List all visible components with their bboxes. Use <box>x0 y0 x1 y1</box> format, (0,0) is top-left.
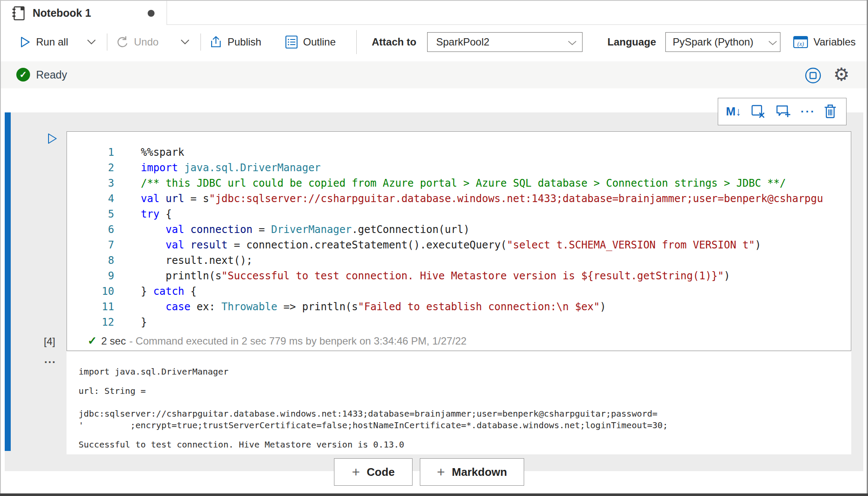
run-options-chevron[interactable] <box>87 25 96 59</box>
delete-cell-button[interactable] <box>823 98 838 125</box>
line-number: 12 <box>67 315 114 330</box>
undo-icon <box>116 36 129 48</box>
line-number: 5 <box>67 206 114 222</box>
execution-count: [4] <box>44 336 55 348</box>
execution-duration: 2 sec <box>101 335 126 347</box>
outline-button[interactable]: Outline <box>285 25 336 59</box>
attach-to-dropdown[interactable]: SparkPool2 <box>427 32 583 52</box>
stop-session-icon[interactable] <box>804 67 822 84</box>
add-markdown-button[interactable]: + Markdown <box>420 458 524 486</box>
line-number: 8 <box>67 253 114 268</box>
line-number: 2 <box>67 160 114 175</box>
cell-execution-status: ✓2 sec- Command executed in 2 sec 779 ms… <box>88 334 467 348</box>
line-number: 1 <box>67 145 114 160</box>
notebook-canvas: 1%%spark2import java.sql.DriverManager3/… <box>5 112 863 471</box>
cell-toolbar: M↓ ··· <box>718 98 847 125</box>
language-value: PySpark (Python) <box>666 36 753 48</box>
publish-label: Publish <box>228 36 261 48</box>
code-text: } <box>114 316 147 328</box>
variables-icon: (x) <box>793 36 808 48</box>
run-all-button[interactable]: Run all <box>19 25 68 59</box>
notebook-toolbar: Run all Undo <box>1 25 867 59</box>
code-text: val url = s"jdbc:sqlserver://csharpguita… <box>114 193 823 205</box>
notebook-title: Notebook 1 <box>33 7 91 19</box>
code-lines: 1%%spark2import java.sql.DriverManager3/… <box>67 145 851 330</box>
notebook-icon <box>11 6 26 21</box>
run-all-label: Run all <box>36 36 68 48</box>
attach-to-value: SparkPool2 <box>428 36 489 48</box>
synapse-notebook-window: Notebook 1 Run all Undo <box>0 0 868 496</box>
more-actions-button[interactable]: ··· <box>801 98 816 125</box>
code-cell-editor[interactable]: 1%%spark2import java.sql.DriverManager3/… <box>67 131 851 351</box>
undo-button[interactable]: Undo <box>116 25 158 59</box>
code-text: println(s"Successful to test connection.… <box>114 270 730 282</box>
cell-selection-bar <box>5 112 11 451</box>
code-text: result.next(); <box>114 254 252 266</box>
add-code-button[interactable]: + Code <box>334 458 413 486</box>
code-line[interactable]: 8 result.next(); <box>67 253 851 268</box>
undo-label: Undo <box>134 36 158 48</box>
output-line: import java.sql.DriverManager <box>79 366 851 378</box>
output-line: url: String = <box>79 385 851 397</box>
code-text: try { <box>114 208 172 220</box>
settings-gear-icon[interactable]: ⚙ <box>833 65 850 85</box>
window-border <box>0 493 868 496</box>
unsaved-changes-dot <box>148 10 155 17</box>
variables-button[interactable]: (x) Variables <box>793 25 856 59</box>
code-line[interactable]: 12} <box>67 315 851 330</box>
session-ready-icon: ✓ <box>16 68 30 82</box>
output-line: ' ;encrypt=true;trustServerCertificate=f… <box>79 420 851 431</box>
code-line[interactable]: 1%%spark <box>67 145 851 160</box>
publish-button[interactable]: Publish <box>209 25 261 59</box>
outline-label: Outline <box>303 36 336 48</box>
add-code-label: Code <box>367 466 395 479</box>
run-all-icon <box>19 36 31 48</box>
line-number: 3 <box>67 175 114 191</box>
code-text: val connection = DriverManager.getConnec… <box>114 224 470 236</box>
language-label: Language <box>607 25 656 59</box>
code-text: import java.sql.DriverManager <box>114 162 321 174</box>
trash-icon <box>823 104 838 119</box>
code-line[interactable]: 11 case ex: Throwable => println(s"Faile… <box>67 299 851 315</box>
code-line[interactable]: 10} catch { <box>67 284 851 299</box>
code-line[interactable]: 9 println(s"Successful to test connectio… <box>67 268 851 284</box>
code-text: case ex: Throwable => println(s"Failed t… <box>114 301 606 313</box>
collapse-output-button[interactable]: ... <box>44 353 56 366</box>
add-comment-icon <box>776 104 791 119</box>
toolbar-divider <box>107 33 107 51</box>
code-line[interactable]: 3/** this JDBC url could be copied from … <box>67 175 851 191</box>
plus-icon: + <box>437 465 445 479</box>
cell-output: import java.sql.DriverManagerurl: String… <box>67 351 851 454</box>
clear-output-icon <box>751 104 765 119</box>
outline-icon <box>285 35 298 49</box>
publish-icon <box>209 36 222 48</box>
code-text: } catch { <box>114 285 197 297</box>
line-number: 9 <box>67 268 114 284</box>
code-text: /** this JDBC url could be copied from A… <box>114 177 786 189</box>
chevron-down-icon <box>568 40 577 46</box>
window-border <box>0 0 868 1</box>
toolbar-divider <box>200 33 201 51</box>
add-comment-button[interactable] <box>776 98 791 125</box>
toolbar-divider <box>356 30 357 54</box>
notebook-tab[interactable]: Notebook 1 <box>1 1 167 25</box>
success-check-icon: ✓ <box>88 334 97 347</box>
clear-output-button[interactable] <box>751 98 765 125</box>
plus-icon: + <box>352 465 360 479</box>
line-number: 10 <box>67 284 114 299</box>
code-line[interactable]: 5try { <box>67 206 851 222</box>
code-line[interactable]: 2import java.sql.DriverManager <box>67 160 851 175</box>
code-line[interactable]: 7 val result = connection.createStatemen… <box>67 237 851 253</box>
session-status-label: Ready <box>36 69 67 81</box>
line-number: 4 <box>67 191 114 206</box>
language-dropdown[interactable]: PySpark (Python) <box>665 32 780 52</box>
convert-to-markdown-button[interactable]: M↓ <box>726 98 741 125</box>
run-cell-button[interactable] <box>46 132 58 145</box>
code-text: %%spark <box>114 146 184 158</box>
code-line[interactable]: 6 val connection = DriverManager.getConn… <box>67 222 851 237</box>
svg-text:(x): (x) <box>797 41 804 48</box>
window-border <box>0 0 1 496</box>
code-line[interactable]: 4val url = s"jdbc:sqlserver://csharpguit… <box>67 191 851 206</box>
undo-options-chevron[interactable] <box>180 25 190 59</box>
line-number: 6 <box>67 222 114 237</box>
